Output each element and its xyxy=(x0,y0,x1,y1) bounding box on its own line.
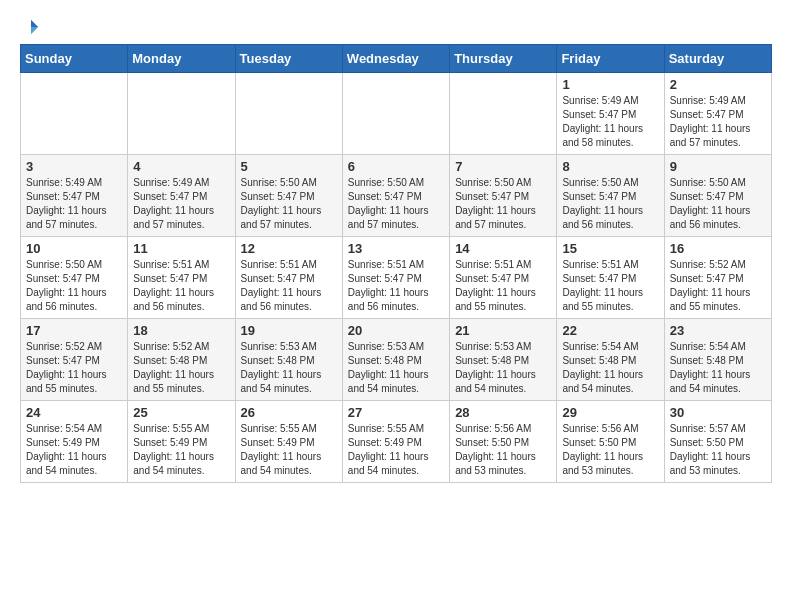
day-number: 14 xyxy=(455,241,551,256)
day-info: Sunrise: 5:53 AMSunset: 5:48 PMDaylight:… xyxy=(348,340,444,396)
day-number: 5 xyxy=(241,159,337,174)
day-number: 6 xyxy=(348,159,444,174)
day-info: Sunrise: 5:49 AMSunset: 5:47 PMDaylight:… xyxy=(562,94,658,150)
column-header-saturday: Saturday xyxy=(664,45,771,73)
calendar-cell: 8Sunrise: 5:50 AMSunset: 5:47 PMDaylight… xyxy=(557,155,664,237)
day-number: 7 xyxy=(455,159,551,174)
calendar-cell: 5Sunrise: 5:50 AMSunset: 5:47 PMDaylight… xyxy=(235,155,342,237)
day-number: 12 xyxy=(241,241,337,256)
calendar-cell: 15Sunrise: 5:51 AMSunset: 5:47 PMDayligh… xyxy=(557,237,664,319)
calendar-cell: 30Sunrise: 5:57 AMSunset: 5:50 PMDayligh… xyxy=(664,401,771,483)
day-number: 2 xyxy=(670,77,766,92)
calendar-cell: 23Sunrise: 5:54 AMSunset: 5:48 PMDayligh… xyxy=(664,319,771,401)
column-header-tuesday: Tuesday xyxy=(235,45,342,73)
day-number: 9 xyxy=(670,159,766,174)
day-number: 20 xyxy=(348,323,444,338)
day-info: Sunrise: 5:55 AMSunset: 5:49 PMDaylight:… xyxy=(241,422,337,478)
day-info: Sunrise: 5:49 AMSunset: 5:47 PMDaylight:… xyxy=(670,94,766,150)
column-header-thursday: Thursday xyxy=(450,45,557,73)
calendar-cell: 29Sunrise: 5:56 AMSunset: 5:50 PMDayligh… xyxy=(557,401,664,483)
day-number: 3 xyxy=(26,159,122,174)
calendar-header-row: SundayMondayTuesdayWednesdayThursdayFrid… xyxy=(21,45,772,73)
calendar-cell: 19Sunrise: 5:53 AMSunset: 5:48 PMDayligh… xyxy=(235,319,342,401)
day-number: 4 xyxy=(133,159,229,174)
day-number: 24 xyxy=(26,405,122,420)
day-number: 1 xyxy=(562,77,658,92)
calendar-cell: 9Sunrise: 5:50 AMSunset: 5:47 PMDaylight… xyxy=(664,155,771,237)
calendar-cell: 3Sunrise: 5:49 AMSunset: 5:47 PMDaylight… xyxy=(21,155,128,237)
day-info: Sunrise: 5:50 AMSunset: 5:47 PMDaylight:… xyxy=(348,176,444,232)
day-number: 23 xyxy=(670,323,766,338)
day-info: Sunrise: 5:56 AMSunset: 5:50 PMDaylight:… xyxy=(562,422,658,478)
day-number: 18 xyxy=(133,323,229,338)
page-header xyxy=(20,10,772,36)
calendar-cell: 10Sunrise: 5:50 AMSunset: 5:47 PMDayligh… xyxy=(21,237,128,319)
day-number: 28 xyxy=(455,405,551,420)
day-number: 8 xyxy=(562,159,658,174)
day-info: Sunrise: 5:51 AMSunset: 5:47 PMDaylight:… xyxy=(241,258,337,314)
day-info: Sunrise: 5:50 AMSunset: 5:47 PMDaylight:… xyxy=(562,176,658,232)
calendar-cell xyxy=(235,73,342,155)
calendar-cell: 6Sunrise: 5:50 AMSunset: 5:47 PMDaylight… xyxy=(342,155,449,237)
day-info: Sunrise: 5:53 AMSunset: 5:48 PMDaylight:… xyxy=(455,340,551,396)
logo-icon xyxy=(22,18,40,36)
day-info: Sunrise: 5:52 AMSunset: 5:47 PMDaylight:… xyxy=(26,340,122,396)
day-number: 29 xyxy=(562,405,658,420)
day-number: 26 xyxy=(241,405,337,420)
calendar-week-row: 10Sunrise: 5:50 AMSunset: 5:47 PMDayligh… xyxy=(21,237,772,319)
day-info: Sunrise: 5:56 AMSunset: 5:50 PMDaylight:… xyxy=(455,422,551,478)
calendar-cell: 13Sunrise: 5:51 AMSunset: 5:47 PMDayligh… xyxy=(342,237,449,319)
calendar-cell xyxy=(342,73,449,155)
day-info: Sunrise: 5:52 AMSunset: 5:47 PMDaylight:… xyxy=(670,258,766,314)
calendar-cell: 12Sunrise: 5:51 AMSunset: 5:47 PMDayligh… xyxy=(235,237,342,319)
logo xyxy=(20,18,40,36)
calendar-cell xyxy=(128,73,235,155)
day-info: Sunrise: 5:53 AMSunset: 5:48 PMDaylight:… xyxy=(241,340,337,396)
calendar-cell: 26Sunrise: 5:55 AMSunset: 5:49 PMDayligh… xyxy=(235,401,342,483)
calendar-cell: 17Sunrise: 5:52 AMSunset: 5:47 PMDayligh… xyxy=(21,319,128,401)
day-info: Sunrise: 5:51 AMSunset: 5:47 PMDaylight:… xyxy=(133,258,229,314)
day-info: Sunrise: 5:50 AMSunset: 5:47 PMDaylight:… xyxy=(455,176,551,232)
calendar-cell: 1Sunrise: 5:49 AMSunset: 5:47 PMDaylight… xyxy=(557,73,664,155)
day-info: Sunrise: 5:49 AMSunset: 5:47 PMDaylight:… xyxy=(133,176,229,232)
calendar-cell: 28Sunrise: 5:56 AMSunset: 5:50 PMDayligh… xyxy=(450,401,557,483)
calendar-cell: 11Sunrise: 5:51 AMSunset: 5:47 PMDayligh… xyxy=(128,237,235,319)
day-info: Sunrise: 5:55 AMSunset: 5:49 PMDaylight:… xyxy=(348,422,444,478)
calendar-cell: 7Sunrise: 5:50 AMSunset: 5:47 PMDaylight… xyxy=(450,155,557,237)
day-info: Sunrise: 5:51 AMSunset: 5:47 PMDaylight:… xyxy=(348,258,444,314)
day-info: Sunrise: 5:50 AMSunset: 5:47 PMDaylight:… xyxy=(241,176,337,232)
day-info: Sunrise: 5:51 AMSunset: 5:47 PMDaylight:… xyxy=(562,258,658,314)
day-number: 15 xyxy=(562,241,658,256)
column-header-sunday: Sunday xyxy=(21,45,128,73)
day-info: Sunrise: 5:54 AMSunset: 5:48 PMDaylight:… xyxy=(670,340,766,396)
calendar-week-row: 3Sunrise: 5:49 AMSunset: 5:47 PMDaylight… xyxy=(21,155,772,237)
calendar-cell: 21Sunrise: 5:53 AMSunset: 5:48 PMDayligh… xyxy=(450,319,557,401)
calendar-week-row: 17Sunrise: 5:52 AMSunset: 5:47 PMDayligh… xyxy=(21,319,772,401)
calendar-cell xyxy=(450,73,557,155)
day-info: Sunrise: 5:57 AMSunset: 5:50 PMDaylight:… xyxy=(670,422,766,478)
day-info: Sunrise: 5:55 AMSunset: 5:49 PMDaylight:… xyxy=(133,422,229,478)
day-info: Sunrise: 5:49 AMSunset: 5:47 PMDaylight:… xyxy=(26,176,122,232)
calendar-cell: 27Sunrise: 5:55 AMSunset: 5:49 PMDayligh… xyxy=(342,401,449,483)
day-info: Sunrise: 5:54 AMSunset: 5:48 PMDaylight:… xyxy=(562,340,658,396)
column-header-wednesday: Wednesday xyxy=(342,45,449,73)
day-number: 21 xyxy=(455,323,551,338)
calendar-week-row: 1Sunrise: 5:49 AMSunset: 5:47 PMDaylight… xyxy=(21,73,772,155)
day-number: 10 xyxy=(26,241,122,256)
column-header-monday: Monday xyxy=(128,45,235,73)
day-info: Sunrise: 5:51 AMSunset: 5:47 PMDaylight:… xyxy=(455,258,551,314)
day-info: Sunrise: 5:50 AMSunset: 5:47 PMDaylight:… xyxy=(26,258,122,314)
calendar-cell: 25Sunrise: 5:55 AMSunset: 5:49 PMDayligh… xyxy=(128,401,235,483)
calendar-cell: 24Sunrise: 5:54 AMSunset: 5:49 PMDayligh… xyxy=(21,401,128,483)
day-number: 25 xyxy=(133,405,229,420)
day-number: 16 xyxy=(670,241,766,256)
calendar-week-row: 24Sunrise: 5:54 AMSunset: 5:49 PMDayligh… xyxy=(21,401,772,483)
day-info: Sunrise: 5:52 AMSunset: 5:48 PMDaylight:… xyxy=(133,340,229,396)
calendar-cell: 16Sunrise: 5:52 AMSunset: 5:47 PMDayligh… xyxy=(664,237,771,319)
day-number: 22 xyxy=(562,323,658,338)
calendar-cell xyxy=(21,73,128,155)
calendar-cell: 4Sunrise: 5:49 AMSunset: 5:47 PMDaylight… xyxy=(128,155,235,237)
day-info: Sunrise: 5:50 AMSunset: 5:47 PMDaylight:… xyxy=(670,176,766,232)
day-number: 13 xyxy=(348,241,444,256)
svg-marker-0 xyxy=(31,20,38,27)
